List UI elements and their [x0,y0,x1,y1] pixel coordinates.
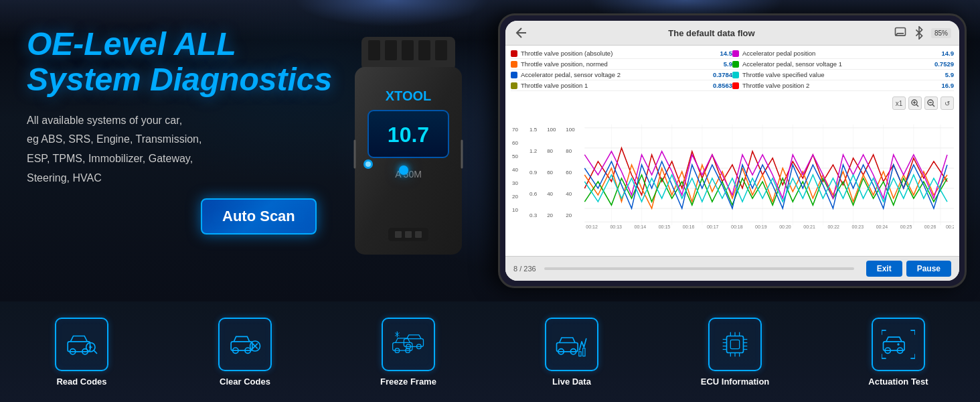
read-codes-icon-box [55,318,108,371]
screen-header: The default data flow 85% [505,21,959,46]
svg-text:00:13: 00:13 [610,224,622,229]
svg-text:50: 50 [512,153,518,159]
freeze-frame-label: Freeze Frame [380,377,436,387]
pause-button[interactable]: Pause [906,261,951,277]
data-value-2: 5.9 [724,60,732,68]
data-label-2: Throttle valve position, normed [521,60,721,68]
svg-rect-2 [385,40,397,60]
svg-rect-3 [402,40,414,60]
svg-text:00:17: 00:17 [707,224,719,229]
actuation-test-icon [882,328,915,361]
features-section: Read Codes Clear Codes [0,302,980,402]
ecu-info-icon [718,328,752,361]
feature-read-codes[interactable]: Read Codes [0,308,163,395]
svg-text:00:15: 00:15 [659,224,671,229]
svg-text:00:26: 00:26 [924,224,936,229]
data-row-4: Throttle valve position 1 0.8563 [511,80,732,91]
svg-text:00:23: 00:23 [852,224,864,229]
data-label-4: Throttle valve position 1 [521,82,710,89]
zoom-out-btn[interactable] [924,96,938,110]
svg-text:20: 20 [566,212,572,218]
data-value-6: 0.7529 [934,60,954,68]
feature-live-data[interactable]: Live Data [490,308,653,395]
svg-text:30: 30 [512,180,518,186]
feature-freeze-frame[interactable]: Freeze Frame [327,308,490,395]
svg-line-25 [932,105,934,107]
svg-rect-1 [368,40,380,60]
svg-text:20: 20 [547,212,553,218]
read-codes-icon [65,328,98,361]
data-label-1: Throttle valve position (absolute) [521,50,718,57]
message-icon [894,26,907,40]
data-label-8: Throttle valve position 2 [742,82,939,89]
color-dot-5 [732,50,739,57]
screen-title: The default data flow [529,28,894,38]
data-value-7: 5.9 [945,71,954,78]
svg-text:1.2: 1.2 [529,148,538,154]
svg-text:70: 70 [512,127,518,133]
svg-rect-110 [727,336,744,352]
svg-rect-126 [884,341,905,350]
clear-codes-icon-box [218,318,272,371]
svg-text:80: 80 [566,148,572,154]
svg-text:XTOOL: XTOOL [386,88,432,103]
data-row-8: Throttle valve position 2 16.9 [732,80,954,91]
hero-subtitle: All available systems of your car, eg AB… [27,111,254,188]
data-value-5: 14.9 [942,50,955,57]
hero-section: OE-Level ALL System Diagnostics All avai… [0,0,980,302]
actuation-test-icon-box [872,318,925,371]
ecu-info-label: ECU Information [701,377,770,387]
svg-text:10.7: 10.7 [388,123,429,147]
svg-text:10: 10 [512,207,518,213]
svg-text:00:16: 00:16 [683,224,695,229]
color-dot-2 [511,61,517,68]
chart-area: x1 ↺ 70 60 50 40 [505,94,959,256]
main-container: OE-Level ALL System Diagnostics All avai… [0,0,980,402]
svg-text:00:19: 00:19 [755,224,767,229]
connection-dot [399,165,408,175]
svg-rect-105 [557,342,578,351]
bluetooth-icon [912,26,926,40]
data-row-7: Throttle valve specified value 5.9 [732,70,954,80]
screen-footer: 8 / 236 Exit Pause [505,256,959,281]
auto-scan-button[interactable]: Auto Scan [201,198,317,234]
svg-text:0.9: 0.9 [529,170,538,176]
color-dot-4 [511,82,517,89]
color-dot-7 [732,72,739,78]
svg-line-21 [916,105,918,107]
back-button[interactable] [513,25,529,41]
feature-clear-codes[interactable]: Clear Codes [163,308,327,395]
freeze-frame-icon-box [382,318,435,371]
svg-text:00:22: 00:22 [827,224,839,229]
feature-ecu-info[interactable]: ECU Information [653,308,817,395]
svg-point-129 [897,343,899,345]
svg-line-87 [94,350,96,353]
data-table: Throttle valve position (absolute) 14.5 … [505,46,959,94]
svg-text:00:24: 00:24 [876,224,888,229]
zoom-in-btn[interactable] [908,96,922,110]
feature-actuation-test[interactable]: Actuation Test [817,308,980,395]
ecu-info-icon-box [708,318,762,371]
zoom-x1-btn[interactable]: x1 [892,96,906,110]
data-row-1: Throttle valve position (absolute) 14.5 [511,48,732,59]
data-value-4: 0.8563 [713,82,732,89]
svg-text:00:20: 00:20 [779,224,791,229]
clear-codes-icon [228,328,262,361]
svg-rect-4 [418,40,430,60]
svg-text:0.3: 0.3 [529,212,538,218]
live-data-icon [555,328,588,361]
color-dot-1 [511,50,517,57]
hero-title: OE-Level ALL System Diagnostics [27,27,332,98]
data-row-5: Accelerator pedal position 14.9 [732,48,954,59]
color-dot-3 [511,72,517,78]
svg-rect-14 [395,231,402,238]
svg-rect-108 [579,351,581,356]
svg-point-11 [365,161,371,167]
refresh-btn[interactable]: ↺ [941,96,954,110]
exit-button[interactable]: Exit [866,261,902,277]
data-label-3: Accelerator pedal, sensor voltage 2 [521,71,710,78]
screen-icons: 85% [894,26,951,40]
svg-rect-5 [435,40,447,60]
svg-text:40: 40 [566,191,572,197]
page-counter: 8 / 236 [513,265,536,273]
